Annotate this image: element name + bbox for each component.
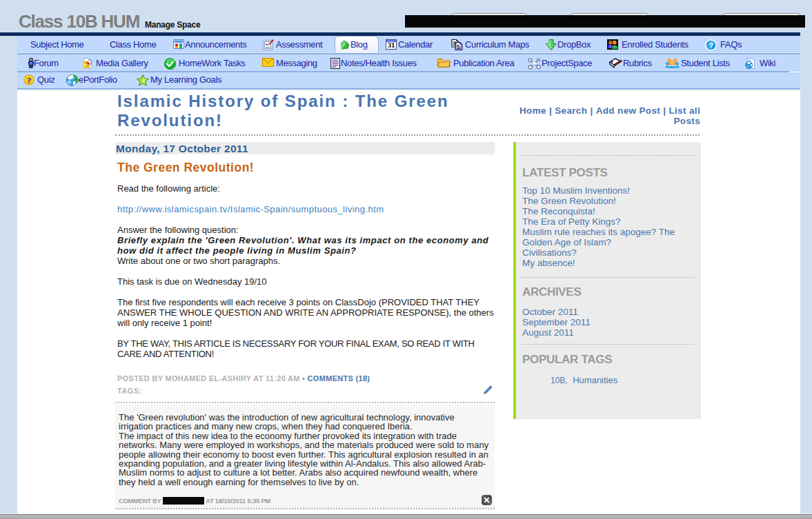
- svg-text:?: ?: [709, 41, 713, 50]
- svg-text:?: ?: [27, 76, 31, 85]
- svg-text:31: 31: [388, 41, 395, 49]
